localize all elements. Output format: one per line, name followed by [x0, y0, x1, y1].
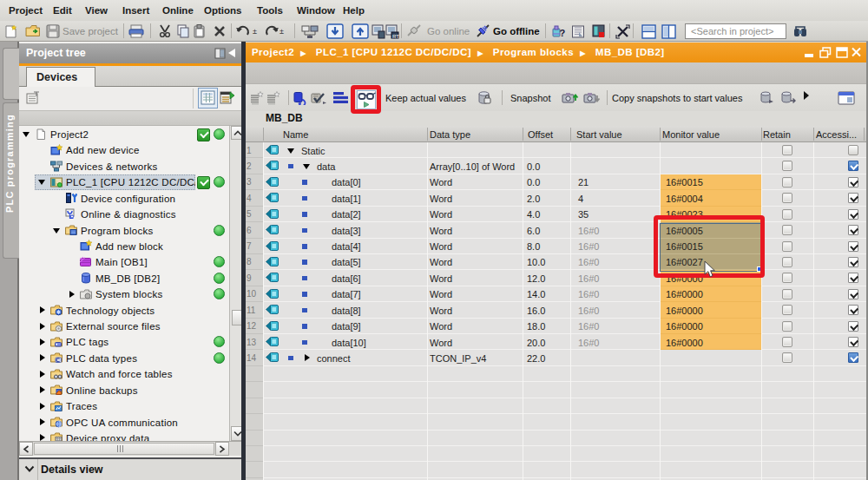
svg-text:RT: RT [392, 33, 399, 38]
svg-text:?: ? [560, 28, 566, 38]
